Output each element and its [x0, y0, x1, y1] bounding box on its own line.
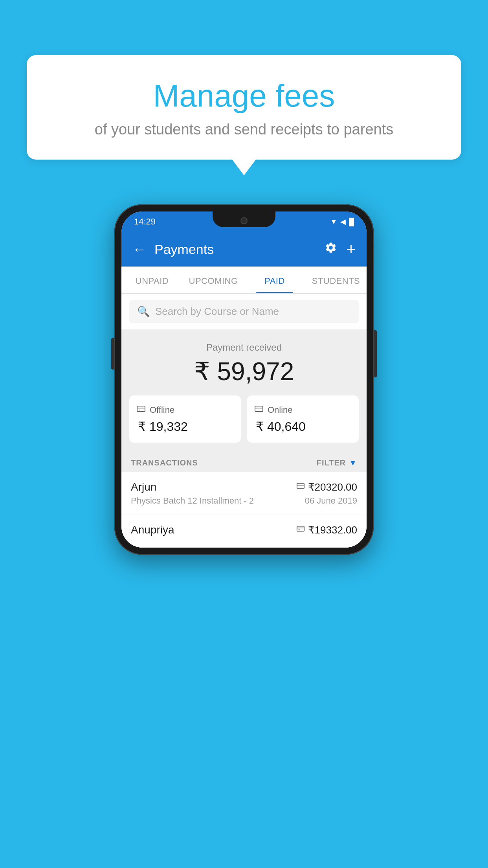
app-bar-title: Payments	[154, 242, 317, 257]
svg-rect-4	[297, 484, 304, 489]
search-container: 🔍 Search by Course or Name	[121, 294, 367, 329]
transaction-row[interactable]: Arjun ₹20320.00 Physics Batch 12 Install…	[121, 472, 367, 515]
offline-label: Offline	[150, 405, 174, 415]
speech-bubble-section: Manage fees of your students and send re…	[27, 55, 461, 175]
online-amount: ₹ 40,640	[254, 419, 352, 434]
transaction-top: Arjun ₹20320.00	[131, 481, 357, 493]
offline-card: Offline ₹ 19,332	[129, 395, 241, 443]
wifi-icon: ▼	[330, 218, 337, 226]
filter-label: FILTER	[317, 458, 346, 467]
search-bar[interactable]: 🔍 Search by Course or Name	[129, 300, 359, 323]
search-placeholder: Search by Course or Name	[155, 305, 279, 318]
phone-device: 14:29 ▼ ◀ █ ← Payments +	[114, 204, 374, 555]
transaction-bottom: Physics Batch 12 Installment - 2 06 June…	[131, 496, 357, 506]
speech-bubble: Manage fees of your students and send re…	[27, 55, 461, 160]
payment-received-label: Payment received	[129, 342, 359, 353]
filter-button[interactable]: FILTER ▼	[317, 458, 357, 467]
tab-students[interactable]: STUDENTS	[305, 267, 367, 293]
status-time: 14:29	[134, 217, 156, 227]
back-button[interactable]: ←	[132, 241, 147, 257]
battery-icon: █	[349, 218, 354, 226]
transaction-amount: ₹20320.00	[308, 481, 357, 493]
transaction-top: Anupriya ₹19332.00	[131, 524, 357, 536]
transaction-name-2: Anupriya	[131, 524, 174, 536]
notch-camera	[240, 217, 248, 224]
app-bar: ← Payments +	[121, 232, 367, 267]
payment-cards: Offline ₹ 19,332 Online ₹ 40,640	[129, 395, 359, 443]
settings-button[interactable]	[325, 241, 337, 257]
transaction-amount-wrap-2: ₹19332.00	[296, 524, 357, 536]
tab-upcoming[interactable]: UPCOMING	[183, 267, 244, 293]
search-icon: 🔍	[137, 305, 150, 318]
transaction-detail: Physics Batch 12 Installment - 2	[131, 496, 254, 506]
offline-card-header: Offline	[136, 404, 234, 416]
transactions-label: TRANSACTIONS	[131, 458, 198, 467]
transaction-date: 06 June 2019	[305, 496, 357, 506]
signal-icon: ◀	[340, 217, 346, 226]
svg-rect-0	[137, 406, 145, 412]
transaction-amount-2: ₹19332.00	[308, 524, 357, 536]
bubble-subtitle: of your students and send receipts to pa…	[46, 121, 442, 138]
transaction-amount-wrap: ₹20320.00	[296, 481, 357, 493]
tabs-bar: UNPAID UPCOMING PAID STUDENTS	[121, 267, 367, 294]
summary-section: Payment received ₹ 59,972 Offline ₹ 19,3…	[121, 329, 367, 451]
filter-icon: ▼	[349, 458, 357, 467]
offline-amount: ₹ 19,332	[136, 419, 234, 434]
tab-unpaid[interactable]: UNPAID	[121, 267, 183, 293]
online-card: Online ₹ 40,640	[247, 395, 359, 443]
transaction-row[interactable]: Anupriya ₹19332.00	[121, 515, 367, 548]
phone-screen: 14:29 ▼ ◀ █ ← Payments +	[121, 211, 367, 548]
online-icon	[254, 404, 264, 416]
transaction-name: Arjun	[131, 481, 156, 493]
phone-outer: 14:29 ▼ ◀ █ ← Payments +	[114, 204, 374, 555]
online-label: Online	[268, 405, 293, 415]
transactions-header: TRANSACTIONS FILTER ▼	[121, 451, 367, 472]
phone-notch	[213, 211, 275, 227]
transaction-type-icon	[296, 482, 305, 493]
svg-rect-5	[297, 526, 304, 531]
speech-bubble-tail	[232, 160, 256, 175]
status-icons: ▼ ◀ █	[330, 217, 354, 226]
offline-icon	[136, 404, 146, 416]
tab-paid[interactable]: PAID	[244, 267, 305, 293]
app-bar-actions: +	[325, 241, 356, 258]
svg-rect-3	[255, 406, 263, 412]
add-button[interactable]: +	[347, 241, 356, 258]
online-card-header: Online	[254, 404, 352, 416]
bubble-title: Manage fees	[46, 79, 442, 113]
payment-total-amount: ₹ 59,972	[129, 357, 359, 386]
transaction-type-icon-2	[296, 524, 305, 535]
